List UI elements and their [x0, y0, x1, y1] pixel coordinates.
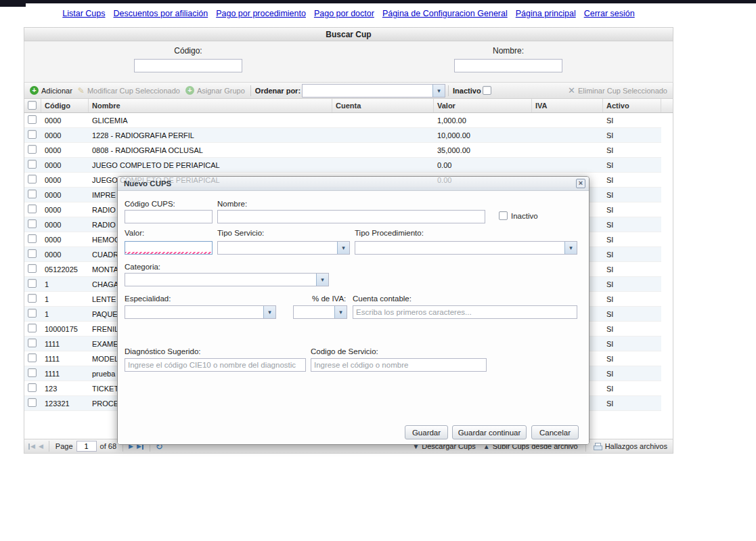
guardar-button[interactable]: Guardar [405, 425, 448, 439]
column-header-nombre[interactable]: Nombre [89, 99, 332, 112]
asignar-grupo-button[interactable]: + Asignar Grupo [183, 86, 248, 95]
dropdown-icon[interactable]: ▾ [316, 274, 328, 286]
page-number-input[interactable] [76, 441, 97, 452]
close-icon[interactable]: × [576, 179, 585, 188]
cancelar-button[interactable]: Cancelar [531, 425, 579, 439]
cell-codigo: 0000 [41, 188, 89, 202]
page-label: Page [55, 442, 73, 450]
inactivo-label: Inactivo [511, 212, 538, 220]
first-page-button[interactable]: ◀ [27, 443, 36, 450]
row-checkbox[interactable] [24, 351, 41, 366]
row-checkbox[interactable] [24, 247, 41, 261]
cell-valor: 35,000.00 [434, 143, 532, 157]
nuevo-cups-dialog: Nuevo CUPS × Código CUPS: Nombre: Inacti… [117, 176, 590, 445]
dropdown-icon[interactable]: ▾ [432, 85, 445, 97]
codigo-search-input[interactable] [134, 59, 242, 72]
checkbox-icon [28, 145, 37, 154]
column-header-activo[interactable]: Activo [603, 99, 661, 112]
codigo-servicio-input[interactable] [311, 358, 487, 372]
nav-link-página-de-configuracion-general[interactable]: Página de Configuracion General [382, 9, 508, 18]
row-checkbox[interactable] [24, 113, 41, 127]
row-checkbox[interactable] [24, 217, 41, 232]
cell-valor: 0.00 [434, 158, 532, 172]
checkbox-icon [28, 175, 37, 183]
nav-link-pago-por-doctor[interactable]: Pago por doctor [314, 9, 374, 18]
categoria-combo[interactable]: ▾ [125, 273, 329, 286]
nombre-search-input[interactable] [454, 59, 562, 72]
modificar-cup-button[interactable]: ✎ Modificar Cup Seleccionado [75, 86, 183, 95]
nav-link-descuentos-por-afiliación[interactable]: Descuentos por afiliación [114, 9, 208, 18]
eliminar-cup-button[interactable]: ✕ Eliminar Cup Seleccionado [565, 85, 670, 95]
row-checkbox[interactable] [24, 173, 41, 187]
row-checkbox[interactable] [24, 381, 41, 395]
select-all-checkbox[interactable] [28, 101, 37, 110]
checkbox-icon [28, 204, 37, 213]
table-row[interactable]: 0000GLICEMIA1,000.00SI [24, 113, 661, 128]
ordenar-por-combo[interactable]: ▾ [302, 84, 445, 98]
row-checkbox[interactable] [24, 188, 41, 202]
row-checkbox[interactable] [24, 143, 41, 157]
nav-link-página-principal[interactable]: Página principal [516, 9, 576, 18]
table-row[interactable]: 00000808 - RADIOGRAFIA OCLUSAL35,000.00S… [24, 143, 661, 158]
nombre-input[interactable] [217, 210, 485, 223]
row-checkbox[interactable] [24, 337, 41, 351]
iva-combo[interactable]: ▾ [293, 305, 347, 319]
cell-codigo: 0000 [41, 113, 89, 127]
row-checkbox[interactable] [24, 277, 41, 291]
table-row[interactable]: 00001228 - RADIOGRAFIA PERFIL10,000.00SI [24, 128, 661, 143]
dropdown-icon[interactable]: ▾ [263, 306, 275, 318]
nav-link-pago-por-procedimiento[interactable]: Pago por procedimiento [216, 9, 306, 18]
checkbox-icon [28, 249, 37, 258]
adicionar-label: Adicionar [41, 87, 72, 95]
inactivo-checkbox[interactable] [499, 211, 508, 220]
row-checkbox[interactable] [24, 307, 41, 321]
prev-page-button[interactable]: ◀ [38, 443, 44, 450]
valor-input[interactable] [125, 241, 213, 255]
cell-activo: SI [603, 277, 661, 291]
nav-link-cerrar-sesión[interactable]: Cerrar sesión [584, 9, 635, 18]
adicionar-button[interactable]: + Adicionar [27, 86, 75, 95]
row-checkbox[interactable] [24, 128, 41, 142]
column-header-cuenta[interactable]: Cuenta [332, 99, 434, 112]
row-checkbox[interactable] [24, 292, 41, 306]
column-header-valor[interactable]: Valor [434, 99, 532, 112]
toolbar-separator [448, 85, 449, 96]
dropdown-icon[interactable]: ▾ [337, 242, 349, 254]
especialidad-combo[interactable]: ▾ [125, 305, 276, 319]
cell-activo: SI [603, 173, 661, 187]
tipo-servicio-combo[interactable]: ▾ [217, 241, 350, 255]
column-header-codigo[interactable]: Código [41, 99, 89, 112]
codigo-cups-input[interactable] [125, 210, 213, 223]
row-checkbox[interactable] [24, 202, 41, 217]
dropdown-icon[interactable]: ▾ [334, 306, 347, 318]
diagnostico-input[interactable] [125, 358, 306, 372]
row-checkbox[interactable] [24, 366, 41, 381]
inactivo-filter-checkbox[interactable] [483, 86, 491, 95]
cell-activo: SI [603, 351, 661, 366]
cell-codigo: 0000 [41, 202, 89, 217]
row-checkbox[interactable] [24, 396, 41, 410]
tipo-procedimiento-combo[interactable]: ▾ [355, 241, 577, 255]
codigo-search-label: Código: [134, 46, 242, 56]
first-page-icon: ◀ [30, 443, 35, 450]
nav-link-listar-cups[interactable]: Listar Cups [62, 9, 105, 18]
nombre-label: Nombre: [217, 200, 247, 208]
browser-chrome-corner [0, 0, 26, 7]
dropdown-icon[interactable]: ▾ [564, 242, 577, 254]
row-checkbox[interactable] [24, 232, 41, 246]
cell-activo: SI [603, 322, 661, 336]
table-row[interactable]: 0000JUEGO COMPLETO DE PERIAPICAL0.00SI [24, 158, 661, 173]
cell-activo: SI [603, 143, 661, 157]
cuenta-contable-input[interactable] [353, 305, 577, 319]
column-header-iva[interactable]: IVA [532, 99, 603, 112]
checkbox-icon [28, 115, 37, 124]
guardar-continuar-button[interactable]: Guardar continuar [452, 425, 527, 439]
codigo-cups-label: Código CUPS: [125, 200, 175, 208]
dialog-header[interactable]: Nuevo CUPS × [118, 177, 589, 191]
hallazgos-archivos-button[interactable]: Hallazgos archivos [591, 442, 670, 450]
select-all-header-cell[interactable] [24, 99, 41, 112]
row-checkbox[interactable] [24, 158, 41, 172]
checkbox-icon [28, 294, 37, 303]
row-checkbox[interactable] [24, 322, 41, 336]
row-checkbox[interactable] [24, 262, 41, 276]
